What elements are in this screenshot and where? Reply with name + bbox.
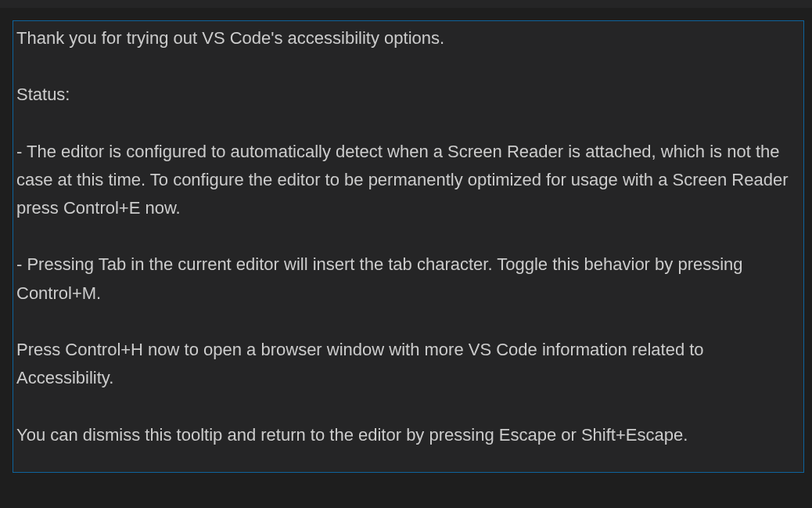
- status-item-screen-reader: - The editor is configured to automatica…: [16, 138, 800, 223]
- status-item-tab-behavior: - Pressing Tab in the current editor wil…: [16, 250, 800, 308]
- title-bar: [0, 0, 812, 8]
- intro-text: Thank you for trying out VS Code's acces…: [16, 24, 800, 52]
- help-text: Press Control+H now to open a browser wi…: [16, 336, 800, 393]
- dismiss-text: You can dismiss this tooltip and return …: [16, 421, 800, 449]
- accessibility-help-tooltip: Thank you for trying out VS Code's acces…: [13, 20, 804, 473]
- status-heading: Status:: [16, 81, 800, 109]
